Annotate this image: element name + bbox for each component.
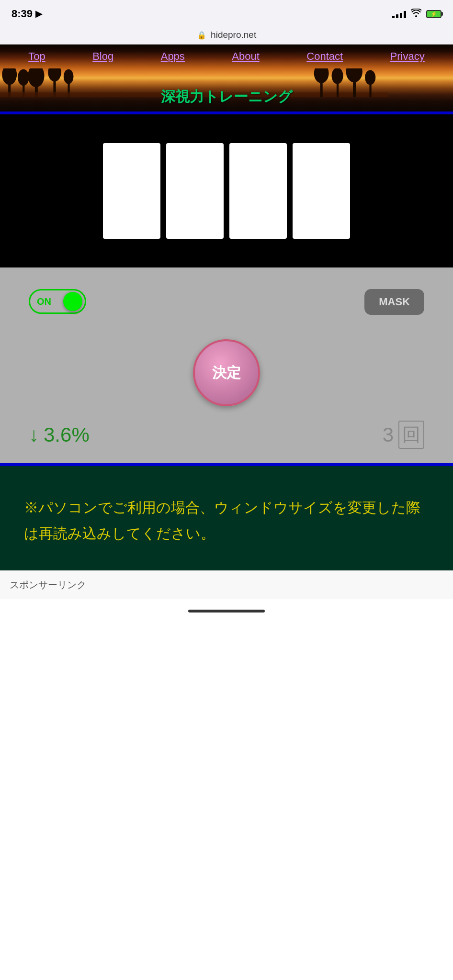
signal-bar-4	[404, 11, 406, 18]
count-unit: 回	[398, 421, 424, 449]
url-display: hidepro.net	[211, 30, 256, 40]
battery-icon: ⚡	[426, 10, 442, 18]
toggle-switch[interactable]: ON	[29, 289, 86, 314]
svg-point-6	[28, 68, 44, 87]
app-area	[0, 114, 453, 267]
toggle-container[interactable]: ON	[29, 289, 86, 314]
sponsor-label: スポンサーリンク	[10, 579, 86, 590]
info-text: ※パソコンでご利用の場合、ウィンドウサイズを変更した際は再読み込みしてください。	[24, 495, 429, 546]
signal-bar-3	[400, 13, 402, 18]
cards-container	[103, 143, 350, 239]
arrow-down-icon: ↓	[29, 423, 39, 446]
svg-point-13	[314, 68, 329, 83]
controls-area: ON MASK 決定 ↓ 3.6% 3 回	[0, 267, 453, 463]
nav-privacy[interactable]: Privacy	[390, 50, 425, 63]
sponsor-section: スポンサーリンク	[0, 570, 453, 599]
site-title: 深視力トレーニング	[0, 87, 453, 107]
wifi-icon	[411, 9, 421, 20]
toggle-label: ON	[37, 296, 51, 307]
decision-btn-wrap: 決定	[19, 339, 434, 406]
svg-point-19	[365, 70, 375, 85]
bottom-bar	[0, 599, 453, 623]
decision-button[interactable]: 決定	[193, 339, 260, 406]
card-3	[229, 143, 287, 239]
header-area: Top Blog Apps About Contact Privacy 深視力ト…	[0, 45, 453, 111]
nav-about[interactable]: About	[232, 50, 260, 63]
status-bar: 8:39 ▶ ⚡	[0, 0, 453, 26]
svg-point-4	[18, 69, 29, 86]
lock-icon: 🔒	[197, 31, 206, 39]
card-1	[103, 143, 160, 239]
count-value: 3	[383, 423, 394, 446]
percentage-value: 3.6%	[44, 423, 90, 446]
count-display: 3 回	[383, 421, 424, 449]
home-indicator	[188, 610, 265, 612]
svg-point-2	[2, 68, 17, 85]
browser-bar: 🔒 hidepro.net	[0, 26, 453, 45]
nav-contact[interactable]: Contact	[306, 50, 343, 63]
nav-blog[interactable]: Blog	[92, 50, 113, 63]
svg-point-10	[64, 69, 74, 84]
info-section: ※パソコンでご利用の場合、ウィンドウサイズを変更した際は再読み込みしてください。	[0, 466, 453, 570]
status-time: 8:39 ▶	[11, 8, 42, 20]
toggle-thumb	[63, 292, 82, 311]
signal-bar-2	[396, 14, 398, 18]
time-display: 8:39	[11, 8, 33, 20]
status-right: ⚡	[392, 9, 442, 20]
stats-row: ↓ 3.6% 3 回	[19, 421, 434, 449]
svg-point-17	[346, 68, 362, 82]
card-2	[166, 143, 224, 239]
nav-apps[interactable]: Apps	[161, 50, 185, 63]
signal-bars	[392, 10, 406, 18]
mask-button[interactable]: MASK	[364, 289, 424, 315]
svg-point-15	[332, 68, 343, 84]
battery-bolt: ⚡	[430, 11, 437, 17]
signal-bar-1	[392, 16, 395, 18]
percentage-display: ↓ 3.6%	[29, 423, 90, 446]
nav-bar: Top Blog Apps About Contact Privacy	[0, 45, 453, 68]
battery-tip	[442, 12, 443, 16]
location-icon: ▶	[35, 9, 42, 19]
card-4	[293, 143, 350, 239]
svg-point-8	[48, 68, 61, 81]
nav-top[interactable]: Top	[28, 50, 45, 63]
